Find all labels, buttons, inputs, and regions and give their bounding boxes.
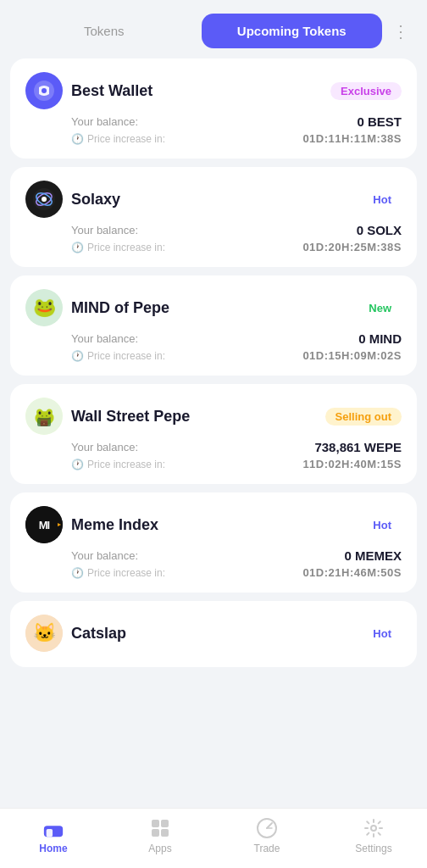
badge-catslap: Hot	[363, 625, 402, 643]
nav-item-settings[interactable]: Settings	[320, 817, 427, 854]
balance-value-best-wallet: 0 BEST	[357, 114, 402, 129]
token-cards-list: Best Wallet Exclusive Your balance: 0 BE…	[0, 58, 427, 593]
token-icon-solaxy	[25, 181, 63, 218]
token-name-mind-of-pepe: MIND of Pepe	[71, 299, 169, 317]
timer-row-solaxy: 🕐 Price increase in: 01D:20H:25M:38S	[71, 241, 402, 253]
clock-icon-wsp: 🕐	[71, 459, 84, 470]
token-name-meme-index: Meme Index	[71, 516, 158, 534]
meme-index-logo-icon: MI	[25, 506, 63, 543]
bottom-navigation: Home Apps Trade S	[0, 808, 427, 868]
svg-rect-19	[152, 820, 159, 827]
balance-value-solaxy: 0 SOLX	[357, 223, 402, 237]
clock-icon-mind: 🕐	[71, 350, 84, 362]
price-label-mind: 🕐 Price increase in:	[71, 350, 165, 362]
token-icon-wall-street-pepe: 🐸 💼	[25, 398, 63, 435]
token-name-solaxy: Solaxy	[71, 191, 120, 209]
timer-value-mind: 01D:15H:09M:02S	[302, 349, 402, 362]
trade-icon	[256, 817, 278, 839]
badge-wall-street-pepe: Selling out	[325, 408, 402, 426]
nav-item-apps[interactable]: Apps	[107, 817, 214, 854]
token-card-catslap[interactable]: 🐱 Catslap Hot	[10, 601, 417, 667]
nav-item-trade[interactable]: Trade	[214, 817, 320, 854]
token-name-catslap: Catslap	[71, 625, 126, 643]
nav-label-settings: Settings	[355, 843, 391, 854]
badge-mind-of-pepe: New	[358, 299, 402, 317]
token-name-best-wallet: Best Wallet	[71, 82, 152, 100]
balance-value-wsp: 738,861 WEPE	[314, 440, 402, 454]
balance-label-solaxy: Your balance:	[71, 224, 138, 236]
token-card-mind-of-pepe[interactable]: 🐸 MIND of Pepe New Your balance: 0 MIND …	[10, 275, 417, 376]
svg-text:MI: MI	[39, 519, 50, 531]
token-icon-mind-of-pepe: 🐸	[25, 289, 63, 326]
card-header-row-wsp: 🐸 💼 Wall Street Pepe Selling out	[25, 398, 402, 435]
card-left-solaxy: Solaxy	[25, 181, 120, 218]
tab-tokens[interactable]: Tokens	[14, 14, 195, 48]
token-card-best-wallet[interactable]: Best Wallet Exclusive Your balance: 0 BE…	[10, 58, 417, 159]
settings-icon	[363, 817, 385, 839]
clock-icon-meme: 🕐	[71, 567, 84, 579]
svg-rect-22	[161, 829, 169, 837]
price-label-wsp: 🕐 Price increase in:	[71, 459, 165, 470]
balance-value-meme: 0 MEMEX	[344, 548, 402, 563]
card-header-row: Best Wallet Exclusive	[25, 72, 402, 109]
solaxy-logo-icon	[31, 186, 57, 212]
more-options-button[interactable]: ⋮	[389, 21, 413, 42]
price-label-meme: 🕐 Price increase in:	[71, 567, 165, 579]
price-label-best-wallet: 🕐 Price increase in:	[71, 133, 165, 145]
nav-label-home: Home	[39, 843, 67, 854]
balance-row-wsp: Your balance: 738,861 WEPE	[71, 440, 402, 454]
header: Tokens Upcoming Tokens ⋮	[0, 0, 427, 58]
nav-label-apps: Apps	[148, 843, 171, 854]
badge-best-wallet: Exclusive	[330, 82, 402, 100]
timer-value-wsp: 11D:02H:40M:15S	[302, 458, 402, 470]
svg-rect-20	[161, 820, 169, 827]
svg-point-1	[42, 88, 47, 93]
card-header-row-catslap: 🐱 Catslap Hot	[25, 615, 402, 652]
partial-card-container: 🐱 Catslap Hot	[0, 593, 427, 667]
svg-text:💼: 💼	[40, 418, 48, 426]
badge-solaxy: Hot	[363, 191, 402, 209]
balance-row-meme: Your balance: 0 MEMEX	[71, 548, 402, 563]
apps-icon	[149, 817, 171, 839]
best-wallet-logo-icon	[32, 79, 56, 103]
catslap-logo-icon: 🐱	[25, 615, 63, 652]
nav-item-home[interactable]: Home	[0, 817, 107, 854]
timer-value-solaxy: 01D:20H:25M:38S	[302, 241, 402, 253]
card-left: Best Wallet	[25, 72, 152, 109]
card-header-row-meme: MI Meme Index Hot	[25, 506, 402, 543]
token-card-solaxy[interactable]: Solaxy Hot Your balance: 0 SOLX 🕐 Price …	[10, 167, 417, 267]
nav-label-trade: Trade	[254, 843, 280, 854]
balance-label-best-wallet: Your balance:	[71, 115, 138, 128]
balance-row-best-wallet: Your balance: 0 BEST	[71, 114, 402, 129]
wall-street-pepe-logo-icon: 🐸 💼	[25, 398, 63, 435]
balance-label-wsp: Your balance:	[71, 441, 138, 453]
svg-rect-18	[47, 829, 53, 837]
token-name-wall-street-pepe: Wall Street Pepe	[71, 408, 190, 426]
card-left-meme: MI Meme Index	[25, 506, 158, 543]
timer-row-wsp: 🕐 Price increase in: 11D:02H:40M:15S	[71, 458, 402, 470]
svg-point-5	[42, 197, 47, 202]
token-card-wall-street-pepe[interactable]: 🐸 💼 Wall Street Pepe Selling out Your ba…	[10, 384, 417, 484]
card-header-row-solaxy: Solaxy Hot	[25, 181, 402, 218]
svg-point-24	[371, 826, 376, 831]
token-card-meme-index[interactable]: MI Meme Index Hot Your balance: 0 MEMEX …	[10, 492, 417, 593]
token-icon-best-wallet	[25, 72, 63, 109]
token-icon-meme-index: MI	[25, 506, 63, 543]
timer-value-best-wallet: 01D:11H:11M:38S	[302, 132, 402, 145]
clock-icon-best-wallet: 🕐	[71, 133, 84, 145]
timer-row-meme: 🕐 Price increase in: 01D:21H:46M:50S	[71, 566, 402, 579]
price-label-solaxy: 🕐 Price increase in:	[71, 242, 165, 253]
timer-row-mind: 🕐 Price increase in: 01D:15H:09M:02S	[71, 349, 402, 362]
svg-text:🐸: 🐸	[33, 296, 57, 319]
balance-value-mind: 0 MIND	[358, 331, 402, 346]
mind-of-pepe-logo-icon: 🐸	[25, 289, 63, 326]
balance-row-solaxy: Your balance: 0 SOLX	[71, 223, 402, 237]
home-icon	[42, 817, 64, 839]
timer-value-meme: 01D:21H:46M:50S	[302, 566, 402, 579]
balance-label-meme: Your balance:	[71, 549, 138, 562]
card-header-row-mind: 🐸 MIND of Pepe New	[25, 289, 402, 326]
tab-upcoming-tokens[interactable]: Upcoming Tokens	[202, 14, 383, 48]
balance-label-mind: Your balance:	[71, 332, 138, 345]
svg-rect-21	[152, 829, 159, 837]
card-left-mind: 🐸 MIND of Pepe	[25, 289, 169, 326]
